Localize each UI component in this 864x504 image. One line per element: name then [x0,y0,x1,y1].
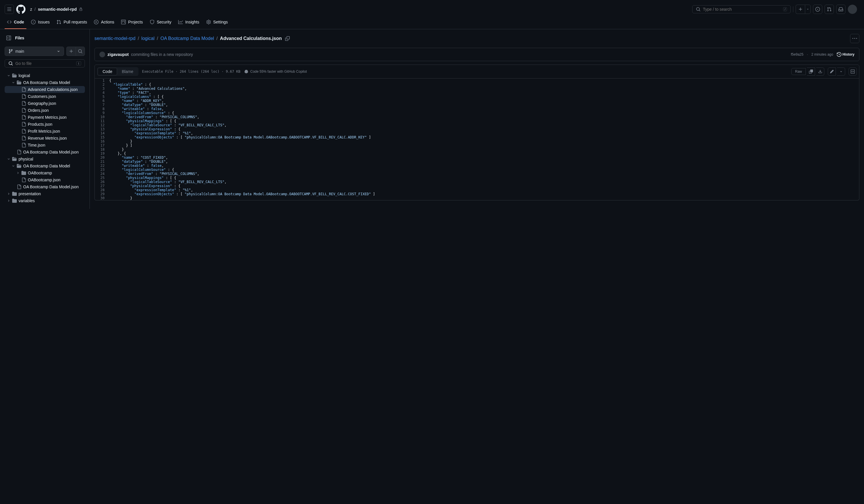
line-content[interactable]: "physicalMappings" : [ { [109,119,859,123]
line-content[interactable]: "expressionTemplate" : "%1", [109,131,859,135]
line-number[interactable]: 17 [95,143,109,147]
tab-projects[interactable]: Projects [119,17,145,29]
folder-presentation[interactable]: presentation [5,190,85,197]
file-item[interactable]: Orders.json [5,107,85,114]
line-content[interactable]: "name" : "Advanced Calculations", [109,87,859,91]
file-search-input[interactable] [15,61,74,66]
line-number[interactable]: 9 [95,111,109,115]
line-content[interactable]: "name" : "COST_FIXED", [109,156,859,160]
hamburger-menu-button[interactable] [5,5,14,14]
download-button[interactable] [816,68,824,75]
folder-physical[interactable]: physical [5,156,85,163]
line-number[interactable]: 3 [95,87,109,91]
search-files-button[interactable] [76,47,85,56]
breadcrumb-model[interactable]: OA Bootcamp Data Model [160,36,214,41]
folder-logical[interactable]: logical [5,72,85,79]
line-number[interactable]: 15 [95,135,109,139]
more-actions-button[interactable] [850,34,859,43]
avatar[interactable] [848,5,857,14]
line-content[interactable]: "dataType" : "DOUBLE", [109,160,859,164]
line-number[interactable]: 6 [95,99,109,103]
commit-message[interactable]: commiting files in a new repository [131,52,193,57]
edit-button[interactable] [828,68,836,75]
symbols-button[interactable] [849,68,857,75]
global-search[interactable]: / [692,5,791,13]
commit-sha[interactable]: f5e9a25 [791,52,803,57]
notifications-button[interactable] [836,5,845,14]
line-number[interactable]: 5 [95,95,109,99]
file-item[interactable]: OA Bootcamp Data Model.json [5,148,85,156]
tab-pulls[interactable]: Pull requests [54,17,89,29]
line-content[interactable]: } [109,196,859,200]
line-content[interactable]: "writeable" : false, [109,107,859,111]
line-number[interactable]: 24 [95,172,109,176]
line-number[interactable]: 25 [95,176,109,180]
line-content[interactable]: { [109,79,859,83]
raw-button[interactable]: Raw [791,68,806,75]
folder-oa-bootcamp-2[interactable]: OA Bootcamp Data Model [5,163,85,169]
commit-author[interactable]: zigavaupot [108,52,129,57]
line-number[interactable]: 7 [95,103,109,107]
line-number[interactable]: 12 [95,123,109,127]
file-item[interactable]: OA Bootcamp Data Model.json [5,183,85,190]
line-content[interactable]: "type" : "FACT", [109,91,859,95]
copy-path-button[interactable] [285,36,290,41]
line-content[interactable]: "name" : "ADDR_KEY", [109,99,859,103]
folder-variables[interactable]: variables [5,197,85,204]
file-item[interactable]: Advanced Calculations.json [5,86,85,93]
line-number[interactable]: 4 [95,91,109,95]
tab-insights[interactable]: Insights [176,17,201,29]
line-number[interactable]: 23 [95,168,109,172]
line-number[interactable]: 20 [95,156,109,160]
line-number[interactable]: 13 [95,127,109,131]
create-new-dropdown[interactable] [805,5,811,14]
line-content[interactable]: "dataType" : "DOUBLE", [109,103,859,107]
line-content[interactable]: "derivedFrom" : "PHYSICAL_COLUMNS", [109,115,859,119]
folder-oa-bootcamp-1[interactable]: OA Bootcamp Data Model [5,79,85,86]
line-number[interactable]: 16 [95,139,109,143]
github-logo-icon[interactable] [16,5,25,14]
owner-link[interactable]: z [30,7,32,12]
line-content[interactable]: }, { [109,152,859,156]
line-content[interactable]: } [109,139,859,143]
pulls-button[interactable] [825,5,834,14]
line-content[interactable]: } [109,147,859,152]
repo-link[interactable]: semantic-model-rpd [38,7,77,12]
tab-actions[interactable]: Actions [92,17,117,29]
line-number[interactable]: 11 [95,119,109,123]
line-number[interactable]: 30 [95,196,109,200]
search-input[interactable] [703,7,781,12]
sidebar-collapse-button[interactable] [5,34,13,42]
file-item[interactable]: Payment Metrics.json [5,114,85,121]
file-item[interactable]: OABootcamp.json [5,176,85,183]
line-number[interactable]: 8 [95,107,109,111]
line-content[interactable]: "derivedFrom" : "PHYSICAL_COLUMNS", [109,172,859,176]
line-content[interactable]: "logicalTable" : { [109,83,859,87]
file-item[interactable]: Geography.json [5,100,85,107]
line-number[interactable]: 27 [95,184,109,188]
line-content[interactable]: "logicalColumns" : [ { [109,95,859,99]
line-content[interactable]: } ] [109,143,859,147]
folder-oabootcamp[interactable]: OABootcamp [5,169,85,176]
line-content[interactable]: "logicalColumnSource" : { [109,168,859,172]
file-item[interactable]: Products.json [5,121,85,128]
line-content[interactable]: "expressionObjects" : [ "physicalColumn:… [109,192,859,196]
history-link[interactable]: History [837,52,854,57]
file-item[interactable]: Time.json [5,142,85,148]
file-item[interactable]: Profit Metrics.json [5,128,85,135]
line-content[interactable]: "physicalMappings" : [ { [109,176,859,180]
line-number[interactable]: 2 [95,83,109,87]
line-content[interactable]: "writeable" : false, [109,164,859,168]
line-number[interactable]: 28 [95,188,109,192]
toggle-code[interactable]: Code [98,68,117,75]
tab-code[interactable]: Code [5,17,26,29]
line-content[interactable]: "physicalExpression" : { [109,127,859,131]
tab-issues[interactable]: Issues [29,17,52,29]
edit-dropdown[interactable] [837,68,845,75]
create-new-button[interactable] [796,5,805,14]
line-number[interactable]: 18 [95,147,109,152]
breadcrumb-repo[interactable]: semantic-model-rpd [94,36,135,41]
line-content[interactable]: "physicalExpression" : { [109,184,859,188]
file-item[interactable]: Revenue Metrics.json [5,135,85,142]
file-item[interactable]: Customers.json [5,93,85,100]
